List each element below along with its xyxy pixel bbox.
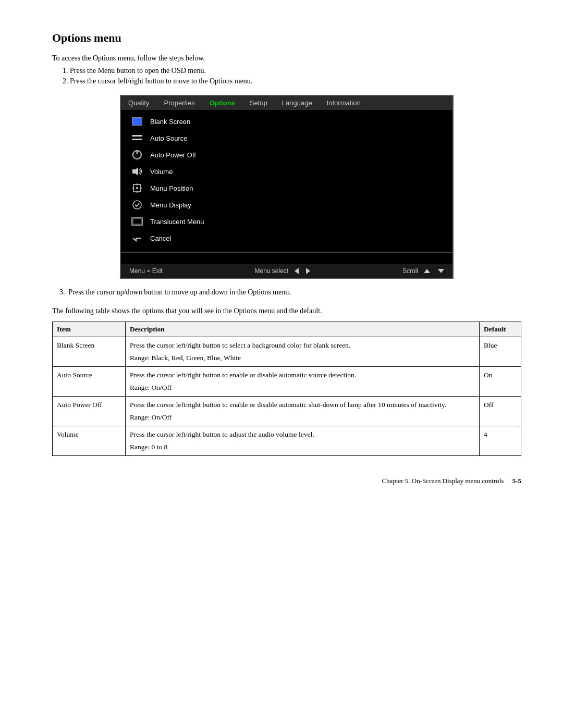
table-cell-description: Press the cursor left/right button to se… <box>126 337 480 367</box>
table-cell-description: Press the cursor left/right button to en… <box>126 397 480 426</box>
blank-screen-icon <box>131 116 143 127</box>
osd-tab-quality: Quality <box>121 96 156 110</box>
svg-rect-1 <box>132 139 142 140</box>
table-cell-default: Blue <box>480 337 521 367</box>
table-cell-default: On <box>480 367 521 397</box>
translucent-label: Translucent Menu <box>150 218 204 226</box>
footer-scroll: Scroll <box>402 267 444 275</box>
svg-point-10 <box>136 187 138 189</box>
blank-screen-rect <box>132 117 142 126</box>
footer-select: Menu select <box>254 267 310 275</box>
col-item: Item <box>53 322 126 337</box>
col-description: Description <box>126 322 480 337</box>
svg-rect-13 <box>133 219 141 224</box>
arrow-down-icon <box>438 269 444 273</box>
step-3: 3. Press the cursor up/down button to mo… <box>52 288 521 297</box>
steps-list: Press the Menu button to open the OSD me… <box>63 67 521 85</box>
auto-source-label: Auto Source <box>150 134 188 142</box>
table-cell-default: 4 <box>480 426 521 456</box>
page-title: Options menu <box>52 31 521 45</box>
osd-screenshot: Quality Properties Options Setup Languag… <box>120 95 454 279</box>
footer-chapter: Chapter 5. On-Screen Display menu contro… <box>382 477 521 485</box>
osd-item-blank-screen: Blank Screen <box>121 113 452 130</box>
cancel-icon <box>131 232 143 244</box>
osd-tabs: Quality Properties Options Setup Languag… <box>121 96 452 110</box>
table-cell-item: Volume <box>53 426 126 456</box>
table-row: Auto SourcePress the cursor left/right b… <box>53 367 521 397</box>
arrow-left-icon <box>295 268 299 274</box>
table-cell-default: Off <box>480 397 521 426</box>
page-footer: Chapter 5. On-Screen Display menu contro… <box>52 477 521 485</box>
table-cell-description: Press the cursor left/right button to en… <box>126 367 480 397</box>
svg-point-11 <box>133 201 141 209</box>
footer-scroll-label: Scroll <box>402 267 418 275</box>
osd-tab-properties: Properties <box>156 96 202 110</box>
osd-item-menu-position: Munu Position <box>121 180 452 196</box>
menu-position-label: Munu Position <box>150 184 193 192</box>
footer-select-label: Menu select <box>254 267 288 275</box>
table-cell-item: Auto Power Off <box>53 397 126 426</box>
table-cell-item: Auto Source <box>53 367 126 397</box>
table-cell-description: Press the cursor left/right button to ad… <box>126 426 480 456</box>
menu-display-icon <box>131 199 143 211</box>
osd-divider <box>121 252 452 253</box>
translucent-icon <box>131 216 143 227</box>
step-1: Press the Menu button to open the OSD me… <box>63 67 521 75</box>
osd-item-auto-source: Auto Source <box>121 130 452 146</box>
osd-item-cancel: Cancel <box>121 230 452 246</box>
osd-container: Quality Properties Options Setup Languag… <box>120 95 454 279</box>
arrow-right-icon <box>306 268 310 274</box>
svg-rect-0 <box>132 135 142 137</box>
table-header-row: Item Description Default <box>53 322 521 337</box>
auto-power-off-label: Auto Power Off <box>150 151 196 159</box>
arrow-up-icon <box>424 269 430 273</box>
table-intro: The following table shows the options th… <box>52 307 521 315</box>
menu-position-icon <box>131 182 143 194</box>
volume-label: Volume <box>150 168 173 176</box>
table-row: Auto Power OffPress the cursor left/righ… <box>53 397 521 426</box>
osd-tab-options: Options <box>202 96 242 110</box>
footer-exit: Menu = Exit <box>129 267 163 275</box>
svg-marker-4 <box>132 167 138 176</box>
osd-item-volume: Volume <box>121 163 452 180</box>
osd-tab-information: Information <box>320 96 368 110</box>
osd-footer: Menu = Exit Menu select Scroll <box>121 264 452 278</box>
auto-power-off-icon <box>131 149 143 161</box>
osd-item-translucent: Translucent Menu <box>121 213 452 230</box>
osd-item-auto-power-off: Auto Power Off <box>121 146 452 163</box>
auto-source-icon <box>131 132 143 144</box>
options-table: Item Description Default Blank ScreenPre… <box>52 322 521 456</box>
blank-screen-label: Blank Screen <box>150 118 190 126</box>
menu-display-label: Menu Display <box>150 201 191 209</box>
table-row: VolumePress the cursor left/right button… <box>53 426 521 456</box>
step-2: Press the cursor left/right button to mo… <box>63 77 521 85</box>
table-row: Blank ScreenPress the cursor left/right … <box>53 337 521 367</box>
cancel-label: Cancel <box>150 235 171 242</box>
osd-item-menu-display: Menu Display <box>121 196 452 213</box>
intro-text: To access the Options menu, follow the s… <box>52 54 521 63</box>
footer-exit-label: Menu = Exit <box>129 267 163 275</box>
osd-tab-setup: Setup <box>242 96 275 110</box>
table-cell-item: Blank Screen <box>53 337 126 367</box>
osd-tab-language: Language <box>275 96 320 110</box>
osd-menu-items: Blank Screen Auto Source <box>121 110 452 250</box>
col-default: Default <box>480 322 521 337</box>
volume-icon <box>131 166 143 177</box>
